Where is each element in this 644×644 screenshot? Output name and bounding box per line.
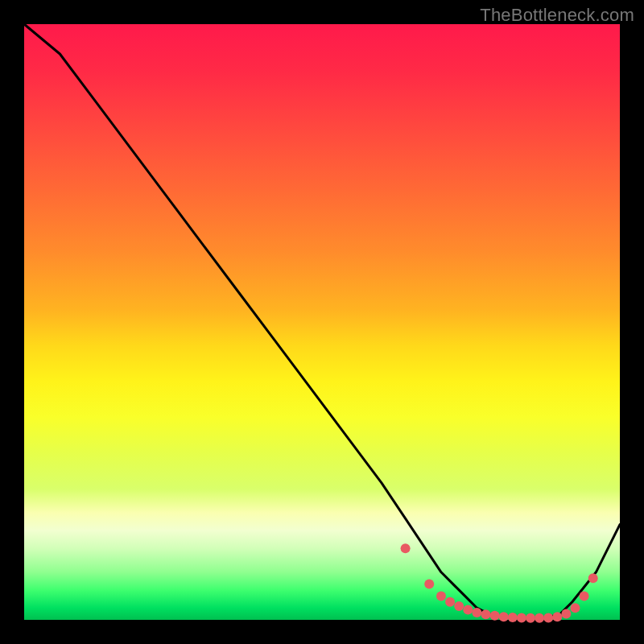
marker-dot <box>561 609 571 619</box>
chart-svg <box>24 24 620 620</box>
marker-dot <box>526 613 535 623</box>
marker-dot <box>517 613 526 622</box>
chart-plot-area <box>24 24 620 620</box>
marker-dot <box>580 591 589 601</box>
marker-dot <box>454 601 464 611</box>
marker-dot <box>463 605 473 614</box>
chart-frame: TheBottleneck.com <box>0 0 644 644</box>
marker-dot <box>424 580 434 589</box>
marker-dot <box>490 611 500 621</box>
marker-dot <box>436 591 446 601</box>
marker-dot <box>472 608 481 617</box>
marker-dot <box>481 609 491 619</box>
bottleneck-curve <box>24 24 620 618</box>
watermark-text: TheBottleneck.com <box>480 5 634 26</box>
marker-dot <box>508 613 518 622</box>
marker-dot <box>445 597 455 607</box>
marker-dot <box>401 543 411 553</box>
curve-line-group <box>24 24 620 618</box>
marker-dot <box>571 603 580 613</box>
marker-dot <box>543 613 553 622</box>
marker-dot <box>588 573 598 583</box>
marker-dot <box>499 612 509 621</box>
marker-dot <box>552 612 562 621</box>
marker-dot <box>535 613 544 623</box>
